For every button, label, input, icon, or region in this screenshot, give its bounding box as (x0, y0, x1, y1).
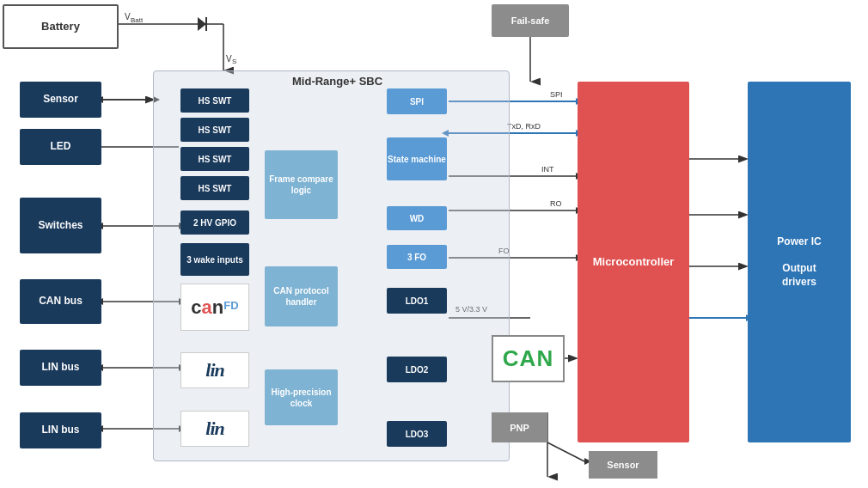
sensor-bottom-block: Sensor (589, 451, 657, 479)
hs-swt4-label: HS SWT (199, 183, 232, 194)
can-protocol-block: CAN protocol handler (265, 266, 338, 326)
svg-text:V: V (125, 12, 131, 21)
lin-bus1-label: LIN bus (42, 361, 80, 375)
ldo1-block: LDO1 (387, 288, 447, 314)
lin-logo2-box: lin (180, 411, 249, 447)
switches-block: Switches (20, 198, 101, 253)
can-protocol-label: CAN protocol handler (265, 285, 338, 308)
high-precision-label: High-precision clock (265, 387, 338, 409)
ldo3-block: LDO3 (387, 421, 447, 447)
microcontroller-block: Microcontroller (578, 82, 689, 442)
spi-label: SPI (410, 96, 424, 107)
fail-safe-block: Fail-safe (492, 4, 569, 37)
ldo2-block: LDO2 (387, 357, 447, 382)
wake-inputs-label: 3 wake inputs (186, 254, 243, 265)
hs-swt2-block: HS SWT (180, 118, 249, 142)
hv-gpio-label: 2 HV GPIO (193, 217, 236, 229)
hs-swt3-block: HS SWT (180, 147, 249, 171)
pnp-label: PNP (510, 423, 529, 433)
frame-compare-block: Frame compare logic (265, 150, 338, 219)
can-fd-logo-box: canFD (180, 284, 249, 331)
ldo3-label: LDO3 (406, 429, 429, 440)
can-bottom-label: CAN (503, 345, 553, 372)
svg-text:Batt: Batt (131, 16, 144, 24)
sensor-block: Sensor (20, 82, 101, 118)
can-bus-block: CAN bus (20, 279, 101, 324)
lin-bus2-block: LIN bus (20, 412, 101, 448)
microcontroller-label: Microcontroller (593, 255, 675, 270)
led-label: LED (51, 140, 71, 154)
lin-logo1: lin (205, 359, 223, 381)
svg-text:V: V (226, 54, 232, 64)
wake-inputs-block: 3 wake inputs (180, 243, 249, 276)
power-ic-label: Power ICOutputdrivers (777, 235, 821, 289)
sbc-label: Mid-Range+ SBC (292, 75, 382, 88)
svg-text:RO: RO (550, 199, 562, 208)
hs-swt1-label: HS SWT (199, 95, 232, 107)
wd-label: WD (410, 213, 425, 224)
ldo2-label: LDO2 (406, 364, 429, 375)
sensor-label: Sensor (43, 93, 78, 107)
can-fd-logo: canFD (191, 296, 238, 319)
svg-text:INT: INT (541, 165, 554, 174)
ldo1-label: LDO1 (406, 296, 429, 307)
hs-swt2-label: HS SWT (199, 125, 232, 136)
svg-marker-1 (198, 17, 206, 31)
fail-safe-label: Fail-safe (511, 15, 550, 27)
hs-swt4-block: HS SWT (180, 176, 249, 200)
battery-block: Battery (3, 4, 119, 49)
lin-bus1-block: LIN bus (20, 350, 101, 386)
power-ic-block: Power ICOutputdrivers (748, 82, 851, 442)
state-machine-block: State machine (387, 137, 447, 180)
lin-bus2-label: LIN bus (42, 424, 80, 437)
svg-text:S: S (232, 58, 236, 65)
lin-logo1-box: lin (180, 352, 249, 388)
battery-label: Battery (41, 20, 80, 34)
svg-text:TxD, RxD: TxD, RxD (507, 122, 541, 131)
high-precision-block: High-precision clock (265, 369, 338, 425)
wd-block: WD (387, 206, 447, 230)
can-bus-label: CAN bus (39, 295, 83, 308)
can-bottom-box: CAN (492, 335, 565, 382)
lin-logo2: lin (205, 418, 223, 440)
pnp-block: PNP (492, 412, 547, 442)
frame-compare-label: Frame compare logic (265, 174, 338, 196)
led-block: LED (20, 129, 101, 165)
switches-label: Switches (38, 219, 83, 233)
svg-text:SPI: SPI (550, 90, 563, 99)
three-fo-block: 3 FO (387, 245, 447, 269)
state-machine-label: State machine (388, 154, 446, 165)
hs-swt3-label: HS SWT (199, 154, 232, 165)
three-fo-label: 3 FO (407, 252, 426, 263)
spi-block: SPI (387, 88, 447, 114)
sensor-bottom-label: Sensor (607, 460, 639, 470)
hv-gpio-block: 2 HV GPIO (180, 210, 249, 235)
svg-line-56 (547, 442, 584, 461)
hs-swt1-block: HS SWT (180, 88, 249, 113)
